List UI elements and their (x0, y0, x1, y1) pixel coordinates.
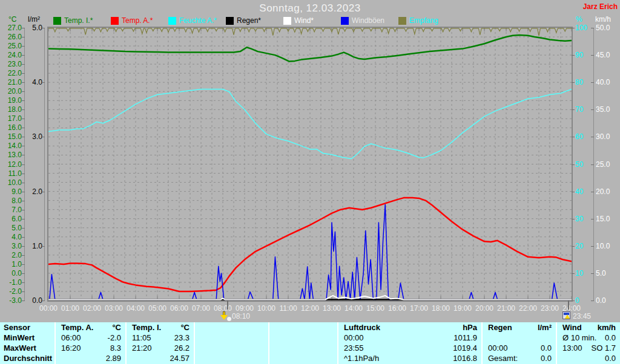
legend-label: Regen* (237, 16, 261, 25)
table-cell-value: SO 1.7 (592, 343, 620, 353)
axis-tick (22, 146, 25, 146)
axis-tick (572, 82, 575, 83)
c-axis-tick-label: 13.0 (1, 151, 22, 159)
table-cell-time: 00:00 (338, 333, 364, 343)
axis-tick (22, 174, 25, 174)
kmh-axis-tick-label: 45.0 (596, 51, 616, 59)
table-cell-value: 8.3 (110, 343, 125, 353)
lm-axis-tick-label: 1.0 (27, 242, 42, 250)
kmh-axis-tick-label: 0.0 (596, 296, 616, 305)
table-cell-value: 23.3 (174, 333, 194, 343)
legend-swatch-icon (283, 17, 291, 25)
table-cell-value: 0.0 (605, 353, 620, 363)
axis-tick (22, 119, 25, 119)
table-row-label: MaxWert (0, 343, 54, 353)
table-cell-value: 26.2 (174, 343, 194, 353)
pct-axis-tick-label: 100 (575, 24, 591, 32)
axis-tick (22, 100, 25, 101)
axis-tick (22, 201, 25, 201)
legend-item-temp-a[interactable]: Temp. A.* (111, 16, 153, 25)
c-axis-tick-label: 27.0 (1, 24, 22, 32)
table-cell-time: 13:00 (557, 343, 582, 353)
legend-item-regen[interactable]: Regen* (226, 16, 261, 25)
table-cell-value (264, 353, 268, 363)
table-cell-value: 24.57 (170, 353, 194, 363)
table-cell-value: 0.0 (541, 353, 556, 363)
axis-tick (572, 55, 575, 56)
legend-swatch-icon (111, 17, 119, 25)
axis-tick (22, 282, 25, 283)
axis-tick (572, 301, 575, 301)
legend-item-feuchte-a[interactable]: Feuchte A.* (168, 16, 217, 25)
axis-tick (22, 137, 25, 137)
table-cell-time: 21:20 (127, 343, 152, 353)
table-cell-time: 06:00 (56, 333, 81, 343)
pct-axis-tick-label: 20 (575, 242, 591, 250)
legend-item-windböen[interactable]: Windböen (341, 16, 384, 25)
lm-axis-tick-label: 2.0 (27, 187, 42, 196)
axis-unit-liters: l/m² (28, 15, 40, 24)
legend-item-wind[interactable]: Wind* (283, 16, 314, 25)
axis-tick (22, 192, 25, 192)
table-cell-value: 0.0 (605, 333, 620, 343)
c-axis-tick-label: 7.0 (1, 206, 22, 214)
kmh-axis-tick-label: 25.0 (596, 160, 616, 169)
c-axis-tick-label: 4.0 (1, 233, 22, 241)
axis-tick (22, 109, 25, 110)
table-column-luftdruck: LuftdruckhPa00:001011.923:551019.4^1.1hP… (337, 322, 481, 364)
legend-swatch-icon (168, 17, 176, 25)
plot-area (47, 27, 573, 302)
table-col-unit: hPa (463, 322, 481, 333)
axis-tick (22, 73, 25, 74)
table-col-unit (333, 322, 337, 333)
c-axis-tick-label: 0.0 (1, 269, 22, 278)
axis-tick (22, 82, 25, 83)
kmh-axis-tick-label: 20.0 (596, 187, 616, 196)
legend-item-empfang[interactable]: Empfang (398, 16, 438, 25)
table-column-empty (268, 322, 337, 364)
marker-end-label: 23:45 (573, 312, 591, 320)
table-col-unit: °C (180, 322, 194, 333)
axis-rail (44, 28, 45, 301)
axis-tick (42, 137, 45, 137)
table-col-unit: km/h (598, 322, 620, 333)
table-cell-time (195, 353, 200, 363)
table-column-temp-a: Temp. A.°C06:00-2.016:208.32.89 (54, 322, 125, 364)
lm-axis-tick-label: 3.0 (27, 132, 42, 141)
kmh-axis-tick-label: 35.0 (596, 105, 616, 114)
table-cell-value: -2.0 (108, 333, 125, 343)
table-cell-value: 0.0 (541, 343, 556, 353)
c-axis-tick-label: 22.0 (1, 69, 22, 77)
table-cell-time: 16:20 (56, 343, 81, 353)
axis-tick (22, 128, 25, 128)
legend-item-temp-i[interactable]: Temp. I.* (53, 16, 93, 25)
axis-tick (22, 64, 25, 65)
table-cell-time: 11:05 (127, 333, 151, 343)
c-axis-tick-label: 5.0 (1, 224, 22, 232)
pct-axis-tick-label: 40 (575, 187, 591, 196)
table-cell-value: 1011.9 (453, 333, 481, 343)
axis-tick (572, 28, 575, 28)
table-column-empty (194, 322, 268, 364)
c-axis-tick-label: 26.0 (1, 33, 22, 41)
axis-tick (572, 273, 575, 274)
kmh-axis-tick-label: 10.0 (596, 242, 616, 250)
c-axis-tick-label: 1.0 (1, 260, 22, 268)
chart-canvas (48, 28, 572, 301)
lm-axis-tick-label: 0.0 (27, 296, 42, 305)
table-col-name: Regen (483, 322, 512, 333)
table-col-name: Temp. I. (127, 322, 161, 333)
c-axis-tick-label: 15.0 (1, 132, 22, 141)
table-cell-time: 23:55 (338, 343, 364, 353)
table-row-label: Durchschnitt (0, 353, 54, 363)
axis-tick (572, 109, 575, 110)
table-cell-time: Ø 10 min. (557, 333, 596, 343)
table-cell-value (333, 333, 337, 343)
axis-tick (22, 37, 25, 37)
summary-table: SensorMinWertMaxWertDurchschnittTemp. A.… (0, 322, 620, 364)
pct-axis-tick-label: 60 (575, 132, 591, 141)
c-axis-tick-label: -2.0 (1, 287, 22, 296)
table-column-regen: Regenl/m²00:000.0Gesamt:0.0 (481, 322, 556, 364)
table-cell-value (552, 333, 556, 343)
axis-tick (22, 228, 25, 229)
